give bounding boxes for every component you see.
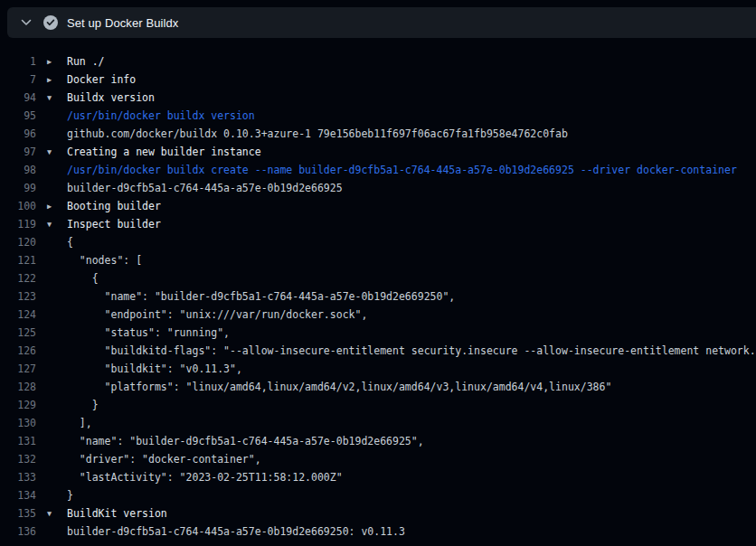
log-line[interactable]: 7 ▶ Docker info xyxy=(0,71,756,89)
group-toggle-icon: ▼ xyxy=(36,89,67,107)
log-line-text: "platforms": "linux/amd64,linux/amd64/v2… xyxy=(67,378,611,396)
group-toggle-icon xyxy=(36,251,67,269)
line-number[interactable]: 134 xyxy=(0,486,36,504)
log-line[interactable]: 120 { xyxy=(0,233,756,251)
group-toggle-icon xyxy=(36,360,67,378)
log-line[interactable]: 119 ▼ Inspect builder xyxy=(0,215,756,233)
group-toggle-icon xyxy=(36,522,67,541)
log-line[interactable]: 128 "platforms": "linux/amd64,linux/amd6… xyxy=(0,378,756,396)
line-number[interactable]: 135 xyxy=(0,504,36,522)
line-number[interactable]: 122 xyxy=(0,269,36,287)
log-line[interactable]: 121 "nodes": [ xyxy=(0,251,756,269)
group-toggle-icon xyxy=(36,450,67,468)
log-line[interactable]: 129 } xyxy=(0,396,756,414)
group-toggle-icon xyxy=(36,342,67,360)
group-toggle-icon: ▼ xyxy=(36,504,67,522)
log-line-text: { xyxy=(67,233,73,251)
check-circle-icon xyxy=(43,15,58,30)
log-line-text: /usr/bin/docker buildx version xyxy=(67,107,255,125)
log-line[interactable]: 95 /usr/bin/docker buildx version xyxy=(0,107,756,125)
line-number[interactable]: 131 xyxy=(0,432,36,450)
log-line[interactable]: 132 "driver": "docker-container", xyxy=(0,450,756,468)
log-line-text: Inspect builder xyxy=(67,215,161,233)
log-line[interactable]: 98 /usr/bin/docker buildx create --name … xyxy=(0,161,756,179)
line-number[interactable]: 96 xyxy=(0,125,36,143)
line-number[interactable]: 129 xyxy=(0,396,36,414)
line-number[interactable]: 127 xyxy=(0,360,36,378)
line-number[interactable]: 98 xyxy=(0,161,36,179)
log-line-text: } xyxy=(67,486,73,504)
line-number[interactable]: 128 xyxy=(0,378,36,396)
log-line-text: "nodes": [ xyxy=(67,251,142,269)
group-toggle-icon xyxy=(36,287,67,306)
log-line[interactable]: 100 ▶ Booting builder xyxy=(0,197,756,215)
log-line-text: ], xyxy=(67,414,92,432)
log-line-text: "buildkit": "v0.11.3", xyxy=(67,360,242,378)
group-toggle-icon xyxy=(36,306,67,324)
log-line-text: "buildkitd-flags": "--allow-insecure-ent… xyxy=(67,342,756,360)
line-number[interactable]: 99 xyxy=(0,179,36,197)
group-toggle-icon xyxy=(36,414,67,432)
log-line-text: Run ./ xyxy=(67,52,105,71)
line-number[interactable]: 7 xyxy=(0,71,36,89)
group-toggle-icon xyxy=(36,269,67,287)
line-number[interactable]: 126 xyxy=(0,342,36,360)
log-line[interactable]: 126 "buildkitd-flags": "--allow-insecure… xyxy=(0,342,756,360)
line-number[interactable]: 132 xyxy=(0,450,36,468)
group-toggle-icon: ▶ xyxy=(36,71,67,89)
log-line[interactable]: 133 "lastActivity": "2023-02-25T11:58:12… xyxy=(0,468,756,486)
log-line[interactable]: 96 github.com/docker/buildx 0.10.3+azure… xyxy=(0,125,756,143)
chevron-down-icon[interactable] xyxy=(19,15,33,30)
log-container: 1 ▶ Run ./ 7 ▶ Docker info 94 ▼ Buildx v… xyxy=(0,38,756,541)
line-number[interactable]: 121 xyxy=(0,251,36,269)
log-line-text: "name": "builder-d9cfb5a1-c764-445a-a57e… xyxy=(67,432,424,450)
log-line-text: builder-d9cfb5a1-c764-445a-a57e-0b19d2e6… xyxy=(67,522,405,541)
log-line[interactable]: 94 ▼ Buildx version xyxy=(0,89,756,107)
log-line[interactable]: 127 "buildkit": "v0.11.3", xyxy=(0,360,756,378)
log-line[interactable]: 123 "name": "builder-d9cfb5a1-c764-445a-… xyxy=(0,287,756,306)
log-line-text: builder-d9cfb5a1-c764-445a-a57e-0b19d2e6… xyxy=(67,179,343,197)
group-toggle-icon xyxy=(36,396,67,414)
line-number[interactable]: 1 xyxy=(0,52,36,71)
log-line[interactable]: 124 "endpoint": "unix:///var/run/docker.… xyxy=(0,306,756,324)
line-number[interactable]: 120 xyxy=(0,233,36,251)
log-line[interactable]: 130 ], xyxy=(0,414,756,432)
log-line[interactable]: 99 builder-d9cfb5a1-c764-445a-a57e-0b19d… xyxy=(0,179,756,197)
group-toggle-icon xyxy=(36,468,67,486)
line-number[interactable]: 97 xyxy=(0,143,36,161)
log-line[interactable]: 134 } xyxy=(0,486,756,504)
line-number[interactable]: 136 xyxy=(0,522,36,541)
group-toggle-icon: ▼ xyxy=(36,215,67,233)
line-number[interactable]: 130 xyxy=(0,414,36,432)
log-line[interactable]: 97 ▼ Creating a new builder instance xyxy=(0,143,756,161)
group-toggle-icon xyxy=(36,378,67,396)
line-number[interactable]: 95 xyxy=(0,107,36,125)
log-line-text: "name": "builder-d9cfb5a1-c764-445a-a57e… xyxy=(67,287,455,306)
line-number[interactable]: 94 xyxy=(0,89,36,107)
group-toggle-icon xyxy=(36,432,67,450)
line-number[interactable]: 100 xyxy=(0,197,36,215)
line-number[interactable]: 133 xyxy=(0,468,36,486)
group-toggle-icon xyxy=(36,486,67,504)
log-line-text: Docker info xyxy=(67,71,136,89)
group-toggle-icon xyxy=(36,324,67,342)
step-title: Set up Docker Buildx xyxy=(67,16,178,30)
log-line-text: { xyxy=(67,269,99,287)
log-line-text: "driver": "docker-container", xyxy=(67,450,261,468)
log-line[interactable]: 136 builder-d9cfb5a1-c764-445a-a57e-0b19… xyxy=(0,522,756,541)
line-number[interactable]: 123 xyxy=(0,287,36,306)
log-line[interactable]: 125 "status": "running", xyxy=(0,324,756,342)
log-line-text: github.com/docker/buildx 0.10.3+azure-1 … xyxy=(67,125,568,143)
line-number[interactable]: 119 xyxy=(0,215,36,233)
group-toggle-icon xyxy=(36,179,67,197)
line-number[interactable]: 124 xyxy=(0,306,36,324)
group-toggle-icon xyxy=(36,161,67,179)
log-line[interactable]: 1 ▶ Run ./ xyxy=(0,52,756,71)
log-line[interactable]: 135 ▼ BuildKit version xyxy=(0,504,756,522)
log-line-text: "lastActivity": "2023-02-25T11:58:12.000… xyxy=(67,468,343,486)
log-line[interactable]: 122 { xyxy=(0,269,756,287)
line-number[interactable]: 125 xyxy=(0,324,36,342)
log-line-text: /usr/bin/docker buildx create --name bui… xyxy=(67,161,737,179)
step-header[interactable]: Set up Docker Buildx xyxy=(7,7,756,38)
log-line[interactable]: 131 "name": "builder-d9cfb5a1-c764-445a-… xyxy=(0,432,756,450)
